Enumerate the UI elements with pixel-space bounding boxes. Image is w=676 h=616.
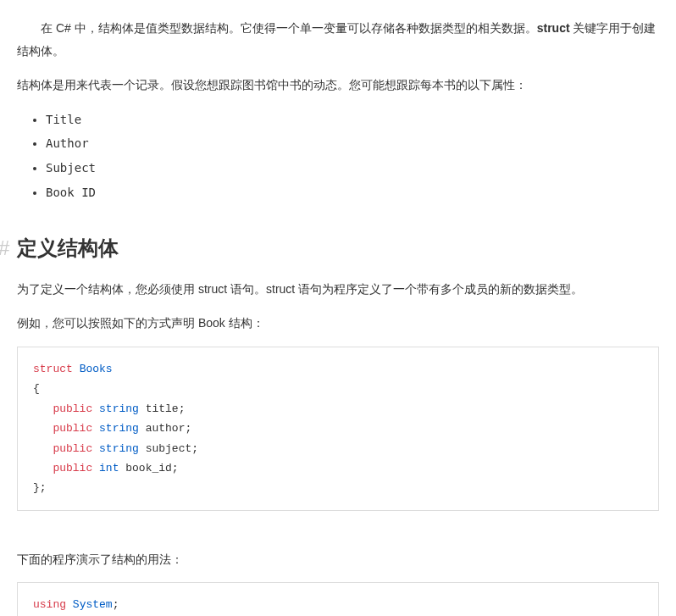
code-brace: };: [33, 481, 47, 494]
code-block-1: struct Books { public string title; publ…: [17, 347, 659, 511]
intro-paragraph-1: 在 C# 中，结构体是值类型数据结构。它使得一个单一变量可以存储各种数据类型的相…: [17, 17, 659, 62]
list-item: Subject: [46, 157, 659, 180]
intro-text-a: 在 C# 中，结构体是值类型数据结构。它使得一个单一变量可以存储各种数据类型的相…: [41, 21, 537, 35]
section-heading: 定义结构体: [17, 229, 659, 268]
code-block-2: using System; using System.Text; struct …: [17, 582, 659, 616]
code-type: string: [99, 422, 139, 435]
attributes-list: Title Author Subject Book ID: [17, 108, 659, 203]
code-type: Books: [80, 363, 113, 375]
code-brace: {: [33, 382, 40, 395]
code-punct: ;: [113, 598, 119, 611]
code-ident: subject;: [146, 442, 198, 455]
section-paragraph-3: 下面的程序演示了结构的用法：: [17, 548, 659, 571]
code-ident: title;: [146, 402, 186, 415]
code-type: System: [73, 598, 113, 611]
code-keyword: struct: [33, 363, 73, 375]
section-paragraph-1: 为了定义一个结构体，您必须使用 struct 语句。struct 语句为程序定义…: [17, 278, 659, 301]
list-item: Book ID: [46, 181, 659, 204]
code-keyword: public: [53, 422, 92, 435]
code-ident: book_id;: [125, 462, 178, 474]
code-ident: author;: [146, 422, 192, 435]
list-item: Title: [46, 108, 659, 131]
struct-keyword-bold: struct: [537, 21, 570, 35]
code-type: int: [99, 462, 119, 474]
spacer: [17, 531, 659, 548]
code-keyword: public: [53, 442, 92, 455]
code-keyword: public: [53, 402, 92, 415]
code-keyword: using: [33, 598, 66, 611]
code-keyword: public: [53, 462, 92, 474]
document-content: 在 C# 中，结构体是值类型数据结构。它使得一个单一变量可以存储各种数据类型的相…: [17, 17, 659, 616]
code-type: string: [99, 402, 139, 415]
section-paragraph-2: 例如，您可以按照如下的方式声明 Book 结构：: [17, 312, 659, 335]
intro-paragraph-2: 结构体是用来代表一个记录。假设您想跟踪图书馆中书的动态。您可能想跟踪每本书的以下…: [17, 74, 659, 97]
code-type: string: [99, 442, 139, 455]
list-item: Author: [46, 132, 659, 155]
